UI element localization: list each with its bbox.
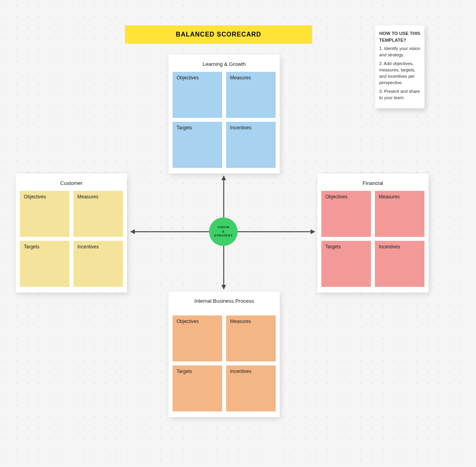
help-card[interactable]: HOW TO USE THIS TEMPLATE? 1. Identify yo… — [375, 25, 424, 108]
help-step-1: 1. Identify your vision and strategy. — [379, 46, 420, 58]
panel-grid: Objectives Measures Targets Incentives — [173, 72, 276, 168]
center-label: VISION & STRATEGY — [214, 225, 233, 238]
cell-objectives[interactable]: Objectives — [173, 72, 222, 118]
help-title: HOW TO USE THIS TEMPLATE? — [379, 30, 420, 43]
cell-targets[interactable]: Targets — [173, 122, 222, 168]
cell-measures[interactable]: Measures — [375, 191, 424, 237]
panel-grid: Objectives Measures Targets Incentives — [321, 191, 424, 287]
cell-incentives[interactable]: Incentives — [375, 241, 424, 287]
cell-incentives[interactable]: Incentives — [73, 241, 123, 287]
help-step-2: 2. Add objectives, measures, targets, an… — [379, 61, 420, 86]
panel-grid: Objectives Measures Targets Incentives — [20, 191, 123, 287]
title-text: BALANCED SCORECARD — [176, 31, 261, 38]
cell-objectives[interactable]: Objectives — [173, 315, 222, 361]
arrow-up — [221, 175, 226, 217]
panel-title: Financial — [321, 180, 424, 187]
panel-title: Learning & Growth — [173, 61, 276, 68]
cell-measures[interactable]: Measures — [73, 191, 123, 237]
svg-marker-3 — [221, 285, 226, 290]
panel-customer[interactable]: Customer Objectives Measures Targets Inc… — [16, 174, 127, 292]
center-vision-strategy[interactable]: VISION & STRATEGY — [209, 217, 238, 246]
svg-marker-1 — [221, 175, 226, 180]
panel-learning-growth[interactable]: Learning & Growth Objectives Measures Ta… — [169, 55, 280, 173]
panel-grid: Objectives Measures Targets Incentives — [173, 315, 276, 411]
arrow-right — [237, 229, 315, 234]
panel-title: Internal Business Process — [173, 298, 276, 311]
help-step-3: 3. Present and share to your team. — [379, 88, 420, 101]
panel-internal-business-process[interactable]: Internal Business Process Objectives Mea… — [169, 292, 280, 417]
cell-targets[interactable]: Targets — [321, 241, 371, 287]
cell-targets[interactable]: Targets — [173, 365, 222, 411]
title-bar: BALANCED SCORECARD — [125, 25, 312, 44]
cell-measures[interactable]: Measures — [226, 315, 276, 361]
cell-incentives[interactable]: Incentives — [226, 365, 276, 411]
cell-objectives[interactable]: Objectives — [20, 191, 69, 237]
panel-title: Customer — [20, 180, 123, 187]
panel-financial[interactable]: Financial Objectives Measures Targets In… — [317, 174, 428, 292]
cell-incentives[interactable]: Incentives — [226, 122, 276, 168]
cell-objectives[interactable]: Objectives — [321, 191, 371, 237]
cell-measures[interactable]: Measures — [226, 72, 276, 118]
svg-marker-5 — [130, 229, 135, 234]
arrow-down — [221, 246, 226, 290]
cell-targets[interactable]: Targets — [20, 241, 69, 287]
arrow-left — [130, 229, 209, 234]
svg-marker-7 — [311, 229, 315, 234]
